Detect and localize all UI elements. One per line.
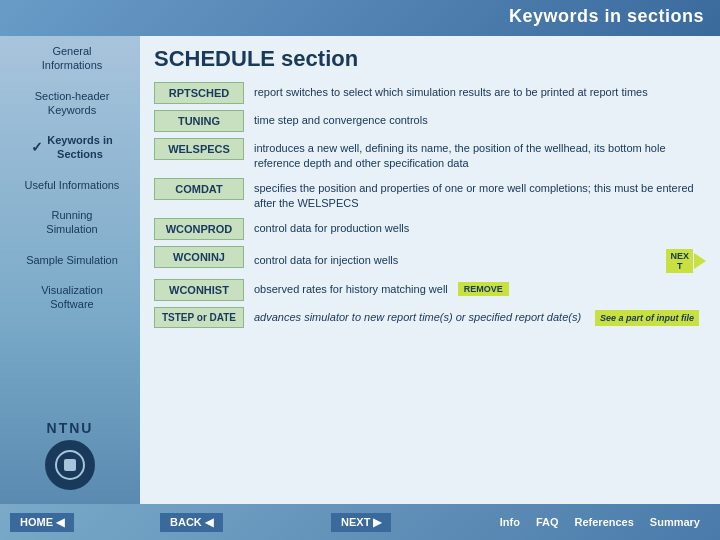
keyword-desc-tuning: time step and convergence controls [254,110,706,128]
summary-link[interactable]: Summary [650,516,700,528]
checkmark-icon: ✓ [31,138,43,156]
see-part-button[interactable]: See a part of input file [595,310,699,327]
faq-link[interactable]: FAQ [536,516,559,528]
home-icon: ◀ [56,516,64,529]
header-title: Keywords in sections [509,6,704,26]
sidebar-item-running-sim[interactable]: Running Simulation [0,200,140,245]
keyword-desc-comdat: specifies the position and properties of… [254,178,706,212]
table-row: WCONHIST observed rates for history matc… [154,279,706,301]
sidebar-item-visualization[interactable]: Visualization Software [0,275,140,320]
bottom-nav-main: BACK ◀ NEXT ▶ Info FAQ References Summar… [150,513,710,532]
sidebar-item-sample-sim[interactable]: Sample Simulation [0,245,140,275]
page-title: SCHEDULE section [154,46,706,72]
keyword-badge-welspecs[interactable]: WELSPECS [154,138,244,160]
keyword-desc-wconinj: control data for injection wells NEXT [254,246,706,273]
sidebar: General Informations Section-header Keyw… [0,36,140,504]
sidebar-item-section-header[interactable]: Section-header Keywords [0,81,140,126]
keyword-desc-tstep: advances simulator to new report time(s)… [254,307,706,327]
ntnu-text: NTNU [47,420,94,436]
table-row: WCONPROD control data for production wel… [154,218,706,240]
keyword-desc-welspecs: introduces a new well, defining its name… [254,138,706,172]
keyword-badge-rptsched[interactable]: RPTSCHED [154,82,244,104]
next-button[interactable]: NEXT [666,249,693,273]
keyword-badge-tstep[interactable]: TSTEP or DATE [154,307,244,328]
table-row: WCONINJ control data for injection wells… [154,246,706,273]
keyword-table: RPTSCHED report switches to select which… [154,82,706,504]
keyword-desc-wconhist: observed rates for history matching well… [254,279,706,297]
header-bar: Keywords in sections [0,0,720,36]
next-nav-button[interactable]: NEXT ▶ [331,513,391,532]
app-container: Keywords in sections General Information… [0,0,720,540]
back-button[interactable]: BACK ◀ [160,513,223,532]
keyword-badge-tuning[interactable]: TUNING [154,110,244,132]
content-area: SCHEDULE section RPTSCHED report switche… [140,36,720,504]
home-button[interactable]: HOME ◀ [10,513,74,532]
sidebar-item-general[interactable]: General Informations [0,36,140,81]
sidebar-item-keywords-sections[interactable]: ✓ Keywords in Sections [0,125,140,170]
references-link[interactable]: References [575,516,634,528]
keyword-badge-wconinj[interactable]: WCONINJ [154,246,244,268]
table-row: WELSPECS introduces a new well, defining… [154,138,706,172]
table-row: TUNING time step and convergence control… [154,110,706,132]
next-arrow-icon [694,253,706,269]
back-icon: ◀ [205,516,213,529]
remove-button[interactable]: REMOVE [458,282,509,296]
keyword-badge-comdat[interactable]: COMDAT [154,178,244,200]
next-nav-icon: ▶ [373,516,381,529]
table-row: COMDAT specifies the position and proper… [154,178,706,212]
bottom-nav-left: HOME ◀ [10,513,150,532]
ntnu-logo: NTNU [0,410,140,500]
ntnu-circle-icon [45,440,95,490]
sidebar-item-useful-info[interactable]: Useful Informations [0,170,140,200]
table-row: TSTEP or DATE advances simulator to new … [154,307,706,328]
keyword-desc-wconprod: control data for production wells [254,218,706,236]
bottom-nav: HOME ◀ BACK ◀ NEXT ▶ Info FAQ References… [0,504,720,540]
keyword-badge-wconprod[interactable]: WCONPROD [154,218,244,240]
bottom-links: Info FAQ References Summary [500,516,700,528]
keyword-desc-rptsched: report switches to select which simulati… [254,82,706,100]
info-link[interactable]: Info [500,516,520,528]
keyword-badge-wconhist[interactable]: WCONHIST [154,279,244,301]
main-area: General Informations Section-header Keyw… [0,36,720,504]
table-row: RPTSCHED report switches to select which… [154,82,706,104]
